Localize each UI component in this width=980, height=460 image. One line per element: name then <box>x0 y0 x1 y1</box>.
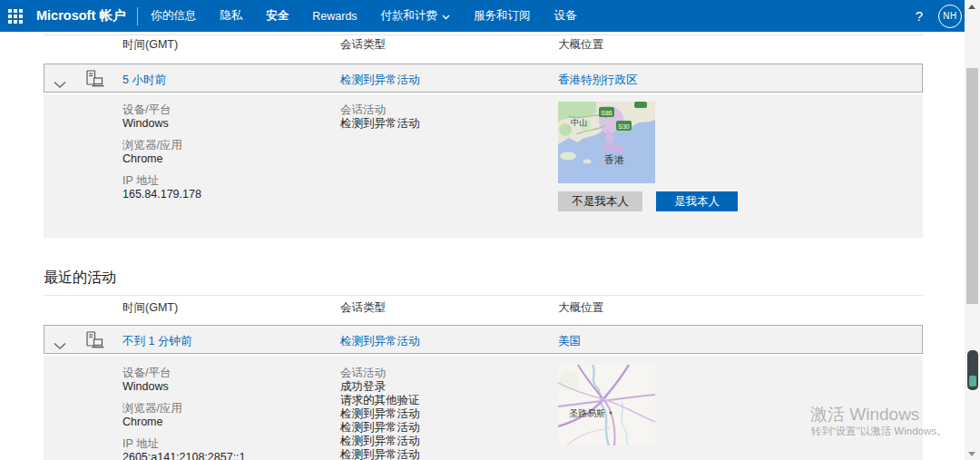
recent-col-time: 时间(GMT) <box>122 301 178 315</box>
device-platform-label: 设备/平台 <box>122 367 246 380</box>
session-activity-item: 检测到异常活动 <box>340 407 420 421</box>
map-st-louis: 圣路易斯 <box>558 365 655 445</box>
alert-detail-panel: 设备/平台 Windows 浏览器/应用 Chrome IP 地址 165.84… <box>44 94 923 238</box>
recent-device-details: 设备/平台 Windows 浏览器/应用 Chrome IP 地址 2605:a… <box>122 367 246 460</box>
alert-row-type-link[interactable]: 检测到异常活动 <box>340 73 420 88</box>
browser-app-value: Chrome <box>122 152 201 166</box>
nav-security[interactable]: 安全 <box>266 8 289 24</box>
collapse-chevron-icon[interactable] <box>54 75 66 92</box>
nav-devices[interactable]: 设备 <box>554 8 577 24</box>
ip-address-label: IP 地址 <box>122 174 201 188</box>
alert-col-time: 时间(GMT) <box>122 38 178 52</box>
session-activity-item: 检测到异常活动 <box>340 435 420 448</box>
nav-privacy[interactable]: 隐私 <box>220 8 242 24</box>
nav-payment-billing[interactable]: 付款和计费 <box>381 8 451 24</box>
recent-detail-panel: 设备/平台 Windows 浏览器/应用 Chrome IP 地址 2605:a… <box>44 356 923 460</box>
recent-col-location: 大概位置 <box>558 301 603 315</box>
session-activity-item: 检测到异常活动 <box>340 421 420 435</box>
scrollbar-thumb[interactable] <box>966 68 978 304</box>
recent-row-type-link[interactable]: 检测到异常活动 <box>340 334 420 349</box>
scrollbar-media-widget <box>967 350 978 390</box>
session-activity-item: 请求的其他验证 <box>340 394 420 407</box>
device-platform-value: Windows <box>122 117 201 131</box>
alert-col-location: 大概位置 <box>558 38 603 52</box>
recent-table-divider <box>44 295 923 296</box>
alert-activity-row[interactable]: 5 小时前 检测到异常活动 香港特别行政区 <box>44 64 923 93</box>
primary-nav: 你的信息 隐私 安全 Rewards 付款和计费 服务和订阅 设备 <box>151 8 600 24</box>
device-pc-icon <box>85 70 105 92</box>
map-city-label: 香港 <box>604 154 624 165</box>
activate-windows-watermark-sub: 转到“设置”以激活 Windows。 <box>811 425 947 438</box>
ip-address-value: 165.84.179.178 <box>122 188 201 201</box>
alert-session-activity: 会话活动 检测到异常活动 <box>340 103 420 131</box>
session-activity-item: 成功登录 <box>340 380 420 394</box>
table-top-divider <box>44 34 923 35</box>
road-badge-2: S30 <box>618 123 630 130</box>
session-activity-label: 会话活动 <box>340 103 420 117</box>
alert-device-details: 设备/平台 Windows 浏览器/应用 Chrome IP 地址 165.84… <box>122 103 201 210</box>
map-hong-kong: S86 S30 中山 香港 <box>558 102 655 183</box>
not-me-button[interactable]: 不是我本人 <box>558 191 642 211</box>
app-launcher-icon[interactable] <box>0 0 31 32</box>
nav-your-info[interactable]: 你的信息 <box>151 8 196 24</box>
nav-rewards[interactable]: Rewards <box>312 10 357 23</box>
road-badge-1: S86 <box>601 110 612 116</box>
chevron-down-icon <box>442 15 450 20</box>
browser-app-value: Chrome <box>122 416 246 429</box>
alert-col-type: 会话类型 <box>340 38 386 52</box>
session-activity-item: 检测到异常活动 <box>340 448 420 460</box>
waffle-grid-icon <box>8 9 23 24</box>
device-platform-value: Windows <box>122 380 246 394</box>
ip-address-value: 2605:a141:2108:2857::1 <box>122 451 246 460</box>
ip-address-label: IP 地址 <box>122 437 246 451</box>
account-avatar[interactable]: NH <box>938 5 962 28</box>
this-was-me-button[interactable]: 是我本人 <box>656 191 738 211</box>
session-activity-item: 检测到异常活动 <box>340 117 420 131</box>
recent-row-location-link[interactable]: 美国 <box>558 334 581 349</box>
product-title[interactable]: Microsoft 帐户 <box>36 7 125 24</box>
activate-windows-watermark: 激活 Windows <box>810 403 919 426</box>
browser-app-label: 浏览器/应用 <box>122 402 246 416</box>
recent-activity-title: 最近的活动 <box>44 269 116 288</box>
alert-row-location-link[interactable]: 香港特别行政区 <box>558 73 638 88</box>
nav-services-subscriptions[interactable]: 服务和订阅 <box>474 8 531 24</box>
session-activity-label: 会话活动 <box>340 367 420 380</box>
device-platform-label: 设备/平台 <box>122 103 201 117</box>
nav-separator <box>137 7 138 25</box>
nav-payment-billing-label: 付款和计费 <box>381 8 438 24</box>
recent-col-type: 会话类型 <box>340 301 386 315</box>
device-pc-icon <box>85 331 105 353</box>
browser-app-label: 浏览器/应用 <box>122 139 201 152</box>
alert-row-time-link[interactable]: 5 小时前 <box>122 73 166 88</box>
recent-row-time-link[interactable]: 不到 1 分钟前 <box>122 334 191 349</box>
recent-activity-row[interactable]: 不到 1 分钟前 检测到异常活动 美国 <box>44 325 923 354</box>
map-city-label: 圣路易斯 <box>569 408 605 418</box>
vertical-scrollbar[interactable] <box>965 0 980 460</box>
map-region-label: 中山 <box>571 118 587 127</box>
help-button[interactable]: ? <box>916 8 923 24</box>
scroll-down-arrow-icon[interactable] <box>968 452 975 456</box>
collapse-chevron-icon[interactable] <box>54 337 66 353</box>
scroll-up-arrow-icon[interactable] <box>968 5 975 9</box>
recent-session-activity: 会话活动 成功登录 请求的其他验证 检测到异常活动 检测到异常活动 检测到异常活… <box>340 367 420 460</box>
top-navigation-bar: Microsoft 帐户 你的信息 隐私 安全 Rewards 付款和计费 服务… <box>0 0 965 32</box>
